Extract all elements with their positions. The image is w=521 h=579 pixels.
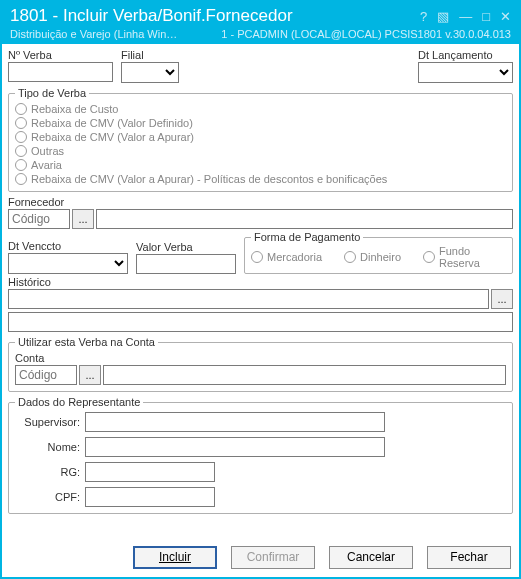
historico-input-1[interactable] [8,289,489,309]
conta-desc [103,365,506,385]
tipo-opt-5-label: Rebaixa de CMV (Valor a Apurar) - Políti… [31,173,387,185]
fornecedor-block: Fornecedor ... [8,196,513,229]
dtvencto-field: Dt Venccto [8,240,128,274]
tipo-opt-0[interactable]: Rebaixa de Custo [15,103,506,115]
radio-icon [15,103,27,115]
window-title: 1801 - Incluir Verba/Bonif.Fornecedor [10,6,420,26]
nome-input[interactable] [85,437,385,457]
fornecedor-label: Fornecedor [8,196,513,208]
forma-legend: Forma de Pagamento [251,231,363,243]
conta-group: Utilizar esta Verba na Conta Conta ... [8,336,513,392]
supervisor-label: Supervisor: [15,416,80,428]
filial-field: Filial [121,49,179,83]
tipo-opt-1[interactable]: Rebaixa de CMV (Valor Definido) [15,117,506,129]
historico-label: Histórico [8,276,513,288]
nverba-label: Nº Verba [8,49,113,61]
maximize-icon[interactable]: □ [482,9,490,24]
app-window: 1801 - Incluir Verba/Bonif.Fornecedor ? … [0,0,521,579]
filial-label: Filial [121,49,179,61]
tipo-opt-5[interactable]: Rebaixa de CMV (Valor a Apurar) - Políti… [15,173,506,185]
cpf-label: CPF: [15,491,80,503]
dtlanc-field: Dt Lançamento [418,49,513,83]
valor-label: Valor Verba [136,241,236,253]
valor-field: Valor Verba [136,241,236,274]
conta-codigo-input[interactable] [15,365,77,385]
dtlanc-select[interactable] [418,62,513,83]
supervisor-input[interactable] [85,412,385,432]
tipo-verba-group: Tipo de Verba Rebaixa de Custo Rebaixa d… [8,87,513,192]
historico-input-2[interactable] [8,312,513,332]
help-icon[interactable]: ? [420,9,427,24]
rg-input[interactable] [85,462,215,482]
dtvencto-label: Dt Venccto [8,240,128,252]
fornecedor-desc [96,209,513,229]
subtitle-right: 1 - PCADMIN (LOCAL@LOCAL) PCSIS1801 v.30… [221,28,511,40]
forma-opt-1-label: Dinheiro [360,251,401,263]
confirmar-button[interactable]: Confirmar [231,546,315,569]
close-icon[interactable]: ✕ [500,9,511,24]
radio-icon [15,159,27,171]
fornecedor-codigo-input[interactable] [8,209,70,229]
fechar-button[interactable]: Fechar [427,546,511,569]
tipo-opt-3-label: Outras [31,145,64,157]
subtitle-bar: Distribuição e Varejo (Linha Win… 1 - PC… [2,28,519,44]
tipo-opt-3[interactable]: Outras [15,145,506,157]
representante-group: Dados do Representante Supervisor: Nome:… [8,396,513,514]
radio-icon [15,173,27,185]
tipo-opt-4[interactable]: Avaria [15,159,506,171]
forma-pagamento-group: Forma de Pagamento Mercadoria Dinheiro F… [244,231,513,274]
dtvencto-select[interactable] [8,253,128,274]
mid-row: Dt Venccto Valor Verba Forma de Pagament… [8,231,513,274]
tipo-opt-4-label: Avaria [31,159,62,171]
minimize-icon[interactable]: — [459,9,472,24]
rg-label: RG: [15,466,80,478]
forma-opt-0-label: Mercadoria [267,251,322,263]
radio-icon [15,131,27,143]
nverba-input[interactable] [8,62,113,82]
tipo-verba-legend: Tipo de Verba [15,87,89,99]
conta-legend: Utilizar esta Verba na Conta [15,336,158,348]
conta-lookup-button[interactable]: ... [79,365,101,385]
radio-icon [15,145,27,157]
valor-input[interactable] [136,254,236,274]
dtlanc-label: Dt Lançamento [418,49,513,61]
radio-icon [423,251,435,263]
tipo-opt-0-label: Rebaixa de Custo [31,103,118,115]
nome-label: Nome: [15,441,80,453]
representante-legend: Dados do Representante [15,396,143,408]
tipo-opt-1-label: Rebaixa de CMV (Valor Definido) [31,117,193,129]
subtitle-left: Distribuição e Varejo (Linha Win… [10,28,221,40]
incluir-button[interactable]: Incluir [133,546,217,569]
forma-opt-1[interactable]: Dinheiro [344,251,401,263]
conta-label: Conta [15,352,506,364]
historico-lookup-button[interactable]: ... [491,289,513,309]
tipo-opt-2-label: Rebaixa de CMV (Valor a Apurar) [31,131,194,143]
forma-opt-0[interactable]: Mercadoria [251,251,322,263]
historico-block: Histórico ... [8,276,513,332]
fornecedor-lookup-button[interactable]: ... [72,209,94,229]
radio-icon [251,251,263,263]
titlebar: 1801 - Incluir Verba/Bonif.Fornecedor ? … [2,2,519,28]
cpf-input[interactable] [85,487,215,507]
forma-opt-2[interactable]: Fundo Reserva [423,245,506,269]
window-controls: ? ▧ — □ ✕ [420,9,511,24]
nverba-field: Nº Verba [8,49,113,83]
forma-opt-2-label: Fundo Reserva [439,245,506,269]
tipo-opt-2[interactable]: Rebaixa de CMV (Valor a Apurar) [15,131,506,143]
content: Nº Verba Filial Dt Lançamento Tipo de Ve… [2,44,519,577]
radio-icon [344,251,356,263]
filial-select[interactable] [121,62,179,83]
edit-icon[interactable]: ▧ [437,9,449,24]
button-bar: Incluir Confirmar Cancelar Fechar [8,542,513,571]
radio-icon [15,117,27,129]
top-row: Nº Verba Filial Dt Lançamento [8,49,513,83]
cancelar-button[interactable]: Cancelar [329,546,413,569]
